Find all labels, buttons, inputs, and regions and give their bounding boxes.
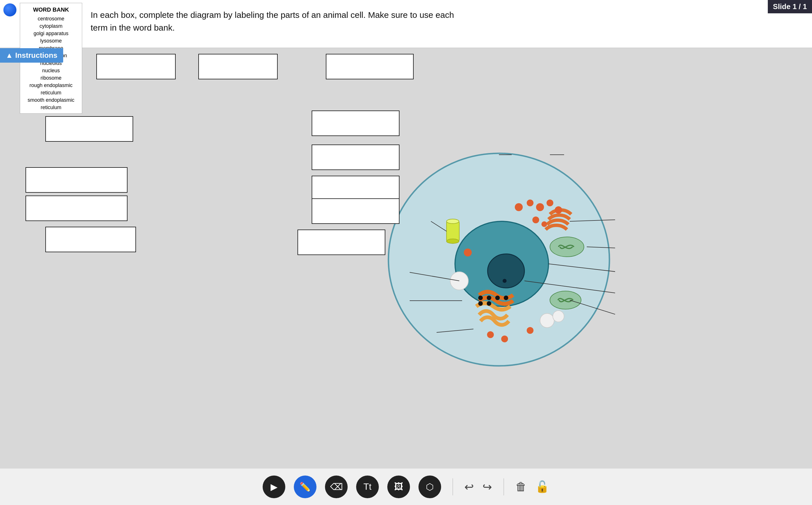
svg-point-24 bbox=[495, 296, 500, 300]
label-box-left-bottom[interactable] bbox=[45, 227, 136, 252]
svg-point-27 bbox=[487, 301, 491, 306]
pen-tool-button[interactable]: ✏️ bbox=[294, 476, 317, 498]
svg-point-10 bbox=[536, 203, 544, 211]
svg-rect-5 bbox=[446, 221, 459, 241]
svg-point-15 bbox=[464, 248, 472, 257]
top-bar: WORD BANK centrosomecytoplasmgolgi appar… bbox=[0, 0, 812, 48]
lock-icon: 🔓 bbox=[535, 480, 549, 493]
label-box-right-mid-upper[interactable] bbox=[312, 145, 399, 170]
toolbar: ▶ ✏️ ⌫ Tt 🖼 ⬡ ↩ ↪ 🗑 🔓 bbox=[0, 468, 812, 505]
instructions-toggle-label: Instructions bbox=[15, 51, 57, 60]
chevron-up-icon: ▲ bbox=[6, 51, 13, 60]
label-box-left-lower[interactable] bbox=[25, 195, 128, 221]
undo-button[interactable]: ↩ bbox=[464, 480, 474, 493]
svg-point-26 bbox=[478, 301, 483, 306]
svg-point-20 bbox=[540, 313, 554, 328]
label-box-top-center[interactable] bbox=[198, 54, 278, 79]
cursor-icon: ▶ bbox=[270, 482, 278, 492]
pen-icon: ✏️ bbox=[299, 482, 311, 492]
word-bank-title: WORD BANK bbox=[23, 5, 78, 14]
label-box-right-mid[interactable] bbox=[312, 176, 399, 201]
svg-point-13 bbox=[532, 216, 539, 223]
cursor-tool-button[interactable]: ▶ bbox=[263, 476, 285, 498]
svg-point-12 bbox=[555, 206, 562, 214]
svg-point-17 bbox=[501, 336, 508, 342]
svg-point-7 bbox=[446, 239, 459, 243]
svg-point-11 bbox=[547, 199, 553, 206]
main-area bbox=[0, 48, 812, 468]
instructions-text: In each box, complete the diagram by lab… bbox=[82, 3, 479, 40]
label-box-right-bottom[interactable] bbox=[297, 229, 385, 255]
separator-2 bbox=[503, 478, 504, 495]
text-tool-button[interactable]: Tt bbox=[356, 476, 379, 498]
redo-button[interactable]: ↪ bbox=[482, 480, 492, 493]
svg-point-21 bbox=[553, 311, 564, 322]
svg-point-28 bbox=[502, 279, 506, 283]
svg-point-8 bbox=[515, 203, 523, 211]
svg-point-9 bbox=[527, 199, 534, 206]
eraser-icon: ⌫ bbox=[330, 482, 343, 492]
instructions-toggle[interactable]: ▲ Instructions bbox=[0, 48, 63, 63]
eraser-tool-button[interactable]: ⌫ bbox=[325, 476, 348, 498]
trash-icon: 🗑 bbox=[516, 480, 527, 493]
svg-point-23 bbox=[487, 296, 491, 300]
svg-point-25 bbox=[504, 296, 508, 300]
slide-indicator: Slide 1 / 1 bbox=[768, 0, 812, 13]
svg-point-18 bbox=[527, 327, 534, 334]
word-bank-items: centrosomecytoplasmgolgi apparatuslysoso… bbox=[23, 15, 78, 111]
image-tool-button[interactable]: 🖼 bbox=[387, 476, 410, 498]
delete-button[interactable]: 🗑 bbox=[516, 480, 527, 493]
shape-tool-button[interactable]: ⬡ bbox=[418, 476, 441, 498]
text-icon: Tt bbox=[364, 482, 371, 492]
label-box-left-upper[interactable] bbox=[45, 116, 133, 142]
cell-diagram bbox=[383, 142, 615, 374]
lock-button[interactable]: 🔓 bbox=[535, 480, 549, 493]
svg-point-6 bbox=[446, 219, 459, 223]
globe-icon bbox=[3, 3, 17, 17]
label-box-right-mid-lower[interactable] bbox=[312, 198, 399, 224]
svg-point-22 bbox=[478, 296, 483, 300]
image-icon: 🖼 bbox=[394, 482, 403, 492]
label-box-left-mid[interactable] bbox=[25, 167, 128, 193]
label-box-right-upper[interactable] bbox=[312, 111, 399, 136]
svg-point-16 bbox=[487, 331, 494, 338]
svg-point-14 bbox=[542, 221, 547, 227]
label-box-top-right[interactable] bbox=[326, 54, 414, 79]
svg-point-2 bbox=[487, 254, 525, 288]
separator-1 bbox=[452, 478, 453, 495]
label-box-top-left[interactable] bbox=[96, 54, 176, 79]
shape-icon: ⬡ bbox=[426, 482, 434, 492]
